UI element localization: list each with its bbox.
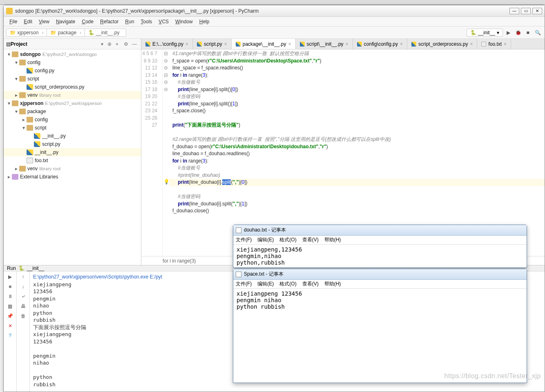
notepad-menu-item[interactable]: 编辑(E) [257,281,274,287]
fold-column[interactable]: ⊟ ⊖ ⊖ ⊟ ⊖ ⊖ [163,49,169,256]
editor-tab[interactable]: foo.txt× [477,39,511,49]
notepad-icon [236,227,241,233]
tree-row[interactable]: ▸venvlibrary root [4,165,141,173]
editor-tab[interactable]: script_orderprocess.py× [407,39,477,49]
notepad-window[interactable]: Space.txt - 记事本文件(F)编辑(E)格式(O)查看(V)帮助(H)… [233,269,527,383]
file-icon [145,42,150,47]
settings-icon[interactable]: ⚙ [124,41,130,47]
tree-row[interactable]: ▾script [4,75,141,83]
notepad-menu-item[interactable]: 文件(F) [236,281,252,287]
notepad-menu-item[interactable]: 查看(V) [302,236,319,243]
tree-row[interactable]: ▸External Libraries [4,173,141,181]
notepad-menu-item[interactable]: 帮助(H) [324,236,341,243]
breadcrumb-item[interactable]: 📁 xjpperson [6,29,47,37]
tree-row[interactable]: foo.txt [4,156,141,165]
wrap-button[interactable]: ⤶ [20,293,27,300]
pause-button[interactable]: ⏸ [7,293,14,300]
menu-navigate[interactable]: Navigate [53,19,78,24]
menu-tools[interactable]: Tools [137,19,155,24]
up-button[interactable]: ↑ [20,273,27,281]
menu-vcs[interactable]: VCS [155,19,172,24]
close-tab-icon[interactable]: × [400,41,403,47]
menu-edit[interactable]: Edit [20,19,36,24]
notepad-title-bar[interactable]: douhao.txt - 记事本 [233,225,527,236]
rerun-button[interactable]: ▶ [7,273,14,281]
target-icon[interactable]: ⌖ [116,41,122,47]
menu-code[interactable]: Code [78,19,97,24]
notepad-window[interactable]: douhao.txt - 记事本文件(F)编辑(E)格式(O)查看(V)帮助(H… [233,225,527,268]
editor-tab[interactable]: script.py× [193,39,232,49]
close-run-button[interactable]: ✕ [7,322,14,330]
tree-row[interactable]: ▾package [4,107,141,116]
editor-tab[interactable]: E:\...\config.py× [141,39,193,49]
debug-button[interactable]: 🐞 [514,28,523,37]
breadcrumb-item[interactable]: 🐍 __init__.py [85,29,126,37]
editor-tab[interactable]: package\__init__.py× [232,39,296,49]
tree-row[interactable]: ▸venvlibrary root [4,91,141,99]
app-icon [6,8,13,14]
tree-row[interactable]: __init__.py [4,132,141,140]
lib-icon [12,174,18,180]
tree-row[interactable]: ▾script [4,124,141,132]
collapse-icon[interactable]: ⊕ [107,41,114,47]
close-tab-icon[interactable]: × [504,41,507,47]
close-tab-icon[interactable]: × [470,41,473,47]
close-button[interactable]: ✕ [532,8,542,14]
menu-run[interactable]: Run [122,19,137,24]
menu-file[interactable]: File [6,19,20,24]
stop-button[interactable]: ■ [7,283,14,290]
py-icon [34,141,40,147]
notepad-body[interactable]: xiejiangpeng,123456 pengmin,nihao python… [233,245,527,267]
tree-row[interactable]: ▾sdongpoE:\python27_work\sdongpo [4,50,141,58]
down-button[interactable]: ↓ [20,283,27,290]
run-config-select[interactable]: 🐍 __init__ ▾ [467,29,503,37]
notepad-menu-item[interactable]: 查看(V) [302,281,319,287]
notepad-body[interactable]: xiejiangpeng 123456 pengmin nihao python… [233,289,527,312]
run-toolbar-right: ↑ ↓ ⤶ 🖶 🗑 [17,272,30,392]
maximize-button[interactable]: ▭ [521,8,531,14]
notepad-title-bar[interactable]: Space.txt - 记事本 [233,269,527,280]
menu-window[interactable]: Window [172,19,196,24]
project-icon: ▤ [6,41,11,47]
tree-row[interactable]: config.py [4,67,141,75]
search-button[interactable]: 🔍 [533,28,542,37]
tree-row[interactable]: __init__.py [4,148,141,156]
close-tab-icon[interactable]: × [288,41,291,47]
dump-button[interactable]: ▦ [7,303,14,310]
close-tab-icon[interactable]: × [224,41,227,47]
folder-icon [19,166,26,172]
pin-button[interactable]: 📌 [7,312,14,320]
notepad-menu-item[interactable]: 编辑(E) [257,236,274,243]
notepad-menu-item[interactable]: 帮助(H) [324,281,341,287]
window-title: sdongpo [E:\python27_work\sdongpo] - E:\… [15,8,508,14]
hide-icon[interactable]: — [132,41,138,47]
help-button[interactable]: ? [7,332,14,339]
minimize-button[interactable]: — [509,8,519,14]
close-tab-icon[interactable]: × [346,41,348,47]
file-icon [300,42,305,47]
project-tree[interactable]: ▾sdongpoE:\python27_work\sdongpo▾configc… [4,49,141,265]
menu-refactor[interactable]: Refactor [97,19,122,24]
notepad-menu-item[interactable]: 格式(O) [279,281,296,287]
stop-button[interactable]: ■ [523,28,532,37]
tree-row[interactable]: ▾xjppersonE:\python27_work\xjpperson [4,99,141,107]
tree-row[interactable]: ▾config [4,58,141,67]
breadcrumb-item[interactable]: 📁 package [47,29,85,37]
menu-view[interactable]: View [36,19,53,24]
menu-help[interactable]: Help [196,19,213,24]
file-icon [236,42,241,47]
clear-button[interactable]: 🗑 [20,312,27,320]
editor-tab[interactable]: script\__init__.py× [296,39,353,49]
notepad-menu-item[interactable]: 文件(F) [236,236,252,243]
print-button[interactable]: 🖶 [20,303,27,310]
close-tab-icon[interactable]: × [185,41,188,47]
run-button[interactable]: ▶ [504,28,513,37]
intention-bulb-icon[interactable]: 💡 [163,179,170,185]
tree-row[interactable]: script.py [4,140,141,148]
tree-row[interactable]: script_orderprocess.py [4,83,141,91]
tree-row[interactable]: ▸config [4,116,141,124]
folder-open-icon [12,100,18,106]
notepad-menu-item[interactable]: 格式(O) [279,236,296,243]
editor-tab[interactable]: config\config.py× [353,39,407,49]
file-icon [411,42,416,47]
